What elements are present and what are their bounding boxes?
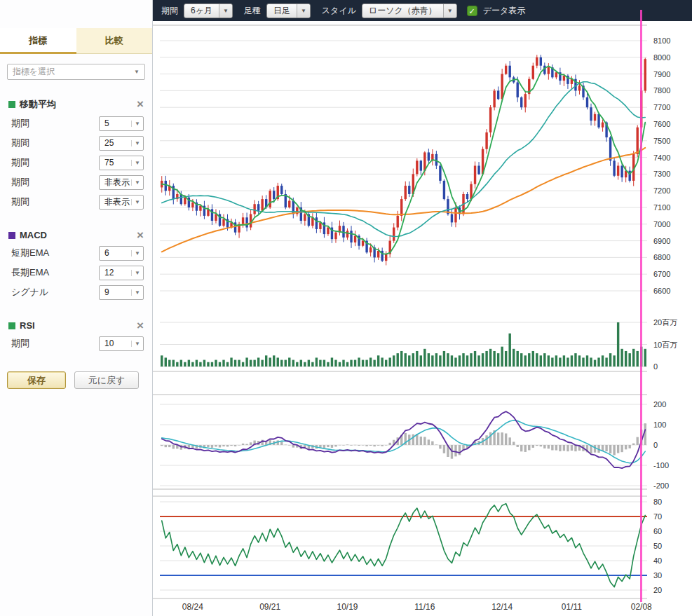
param-select[interactable]: 9▼ (99, 285, 144, 300)
param-select[interactable]: 6▼ (99, 246, 144, 261)
param-select[interactable]: 5▼ (99, 116, 144, 131)
param-value: 非表示 (104, 196, 130, 208)
tab-compare[interactable]: 比較 (76, 28, 153, 54)
tab-indicators[interactable]: 指標 (0, 28, 76, 54)
svg-text:200: 200 (653, 400, 666, 409)
chart-area: 期間 6ヶ月 ▼ 足種 日足 ▼ スタイル ローソク（赤青） ▼ ✓ データ表示… (153, 0, 692, 616)
chevron-down-icon: ▼ (134, 69, 140, 75)
svg-text:50: 50 (653, 542, 662, 550)
section-rsi: RSI × 期間 10▼ (0, 317, 152, 353)
svg-text:40: 40 (653, 556, 662, 565)
svg-text:7900: 7900 (653, 70, 670, 78)
chart-canvas[interactable]: 6600670068006900700071007200730074007500… (153, 21, 692, 616)
indicator-select[interactable]: 指標を選択 ▼ (7, 64, 145, 80)
close-icon[interactable]: × (137, 100, 144, 109)
section-title: MACD (20, 230, 47, 240)
svg-text:70: 70 (653, 512, 662, 521)
period-value: 6ヶ月 (184, 5, 219, 17)
chevron-down-icon: ▼ (131, 121, 140, 127)
svg-text:0: 0 (653, 362, 658, 371)
chevron-down-icon: ▼ (443, 4, 456, 18)
svg-text:8100: 8100 (653, 36, 670, 45)
indicator-sidebar: 指標 比較 指標を選択 ▼ 移動平均 × 期間 5▼ 期間 25▼ 期間 75▼ (0, 0, 153, 616)
param-select[interactable]: 12▼ (99, 266, 144, 280)
svg-text:12/14: 12/14 (491, 602, 513, 612)
close-icon[interactable]: × (137, 321, 144, 331)
svg-text:7000: 7000 (653, 220, 670, 228)
chevron-down-icon: ▼ (297, 4, 310, 18)
chart-toolbar: 期間 6ヶ月 ▼ 足種 日足 ▼ スタイル ローソク（赤青） ▼ ✓ データ表示 (153, 0, 692, 21)
chevron-down-icon: ▼ (131, 289, 140, 296)
section-macd: MACD × 短期EMA 6▼ 長期EMA 12▼ シグナル 9▼ (0, 227, 152, 302)
close-icon[interactable]: × (137, 231, 144, 240)
svg-text:7700: 7700 (653, 103, 670, 111)
param-select[interactable]: 非表示▼ (99, 175, 144, 190)
param-select[interactable]: 非表示▼ (99, 195, 144, 210)
svg-text:6600: 6600 (653, 287, 670, 295)
param-label: 長期EMA (11, 266, 49, 279)
save-button[interactable]: 保存 (7, 371, 66, 389)
param-label: 期間 (11, 137, 29, 149)
chevron-down-icon: ▼ (131, 270, 140, 276)
svg-text:7800: 7800 (653, 86, 670, 95)
param-row: 期間 25▼ (0, 133, 152, 153)
chevron-down-icon: ▼ (131, 160, 140, 166)
param-label: 期間 (11, 117, 29, 130)
param-select[interactable]: 75▼ (99, 156, 144, 170)
param-row: 期間 5▼ (0, 114, 152, 133)
reset-button[interactable]: 元に戻す (74, 371, 139, 389)
data-display-checkbox[interactable]: ✓ (467, 6, 477, 16)
svg-text:6900: 6900 (653, 237, 670, 245)
param-value: 6 (104, 248, 109, 258)
period-label: 期間 (161, 5, 178, 17)
period-dropdown[interactable]: 6ヶ月 ▼ (184, 4, 233, 18)
param-label: シグナル (11, 286, 48, 299)
chevron-down-icon: ▼ (131, 199, 140, 205)
param-label: 期間 (11, 176, 29, 189)
svg-text:8000: 8000 (653, 53, 670, 62)
indicator-select-placeholder: 指標を選択 (13, 66, 55, 78)
param-row: 長期EMA 12▼ (0, 263, 152, 282)
param-select[interactable]: 25▼ (99, 136, 144, 151)
param-row: 期間 非表示▼ (0, 172, 152, 192)
style-dropdown[interactable]: ローソク（赤青） ▼ (362, 4, 457, 18)
chevron-down-icon: ▼ (131, 250, 140, 256)
param-row: 期間 75▼ (0, 153, 152, 172)
svg-text:20百万: 20百万 (653, 318, 677, 327)
svg-text:20: 20 (653, 586, 662, 594)
bar-type-dropdown[interactable]: 日足 ▼ (266, 4, 311, 18)
sidebar-tabs: 指標 比較 (0, 28, 152, 54)
section-title: 移動平均 (20, 98, 56, 111)
svg-text:6700: 6700 (653, 270, 670, 278)
param-value: 75 (104, 158, 114, 167)
svg-text:7600: 7600 (653, 120, 670, 128)
param-value: 9 (104, 287, 109, 297)
param-value: 非表示 (104, 177, 130, 189)
param-row: 期間 非表示▼ (0, 192, 152, 212)
series-color-swatch (8, 322, 15, 329)
svg-text:7500: 7500 (653, 137, 670, 145)
svg-text:-100: -100 (653, 461, 669, 470)
chevron-down-icon: ▼ (131, 179, 140, 186)
svg-text:09/21: 09/21 (259, 602, 280, 612)
svg-text:80: 80 (653, 498, 662, 506)
bar-type-value: 日足 (267, 5, 297, 17)
param-row: 期間 10▼ (0, 334, 152, 353)
param-select[interactable]: 10▼ (99, 336, 144, 351)
param-label: 短期EMA (11, 247, 49, 259)
data-display-label: データ表示 (483, 5, 526, 17)
bar-type-label: 足種 (244, 5, 261, 17)
series-color-swatch (8, 232, 15, 239)
param-label: 期間 (11, 337, 29, 350)
svg-text:11/16: 11/16 (414, 602, 435, 612)
svg-text:0: 0 (653, 441, 658, 449)
param-value: 10 (104, 338, 114, 348)
style-label: スタイル (322, 5, 356, 17)
svg-text:7400: 7400 (653, 153, 670, 162)
svg-text:10/19: 10/19 (337, 602, 358, 612)
chevron-down-icon: ▼ (131, 341, 140, 347)
svg-text:7300: 7300 (653, 170, 670, 178)
chevron-down-icon: ▼ (131, 140, 140, 146)
svg-text:7100: 7100 (653, 203, 670, 212)
style-value: ローソク（赤青） (362, 5, 443, 17)
